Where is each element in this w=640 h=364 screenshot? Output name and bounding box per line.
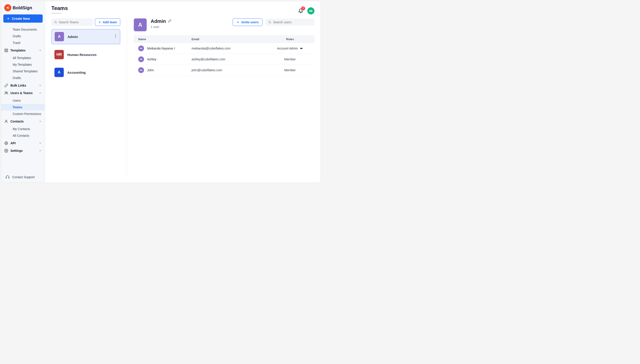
user-avatar[interactable]: MI xyxy=(307,7,314,14)
chevron-up-icon xyxy=(39,92,42,94)
user-name-cell: MIAshley xyxy=(138,56,191,62)
nav-trash[interactable]: Trash xyxy=(1,40,45,46)
edit-team-button[interactable] xyxy=(168,19,171,24)
api-icon xyxy=(4,141,8,145)
nav-contacts-sub: My Contacts All Contacts xyxy=(1,125,45,140)
search-users-box[interactable] xyxy=(266,19,314,26)
nav-api-label: API xyxy=(11,142,16,145)
search-users-input[interactable] xyxy=(273,20,312,24)
vertical-divider xyxy=(127,18,127,176)
nav-templates-sub: All Templates My Templates Shared Templa… xyxy=(1,54,45,82)
contact-support[interactable]: Contact Support xyxy=(1,173,45,180)
add-team-label: Add team xyxy=(103,20,117,24)
nav-all-templates[interactable]: All Templates xyxy=(1,54,45,61)
nav-settings-label: Settings xyxy=(11,149,23,152)
nav-team-documents[interactable]: Team Documents xyxy=(1,26,45,33)
svg-rect-9 xyxy=(6,177,7,178)
team-menu-button[interactable] xyxy=(114,34,117,40)
nav-settings-header[interactable]: Settings xyxy=(1,147,45,154)
team-chip: A xyxy=(55,68,64,77)
users-table-header: Name Email Roles xyxy=(134,35,314,43)
chevron-down-icon xyxy=(39,84,42,87)
user-email: john@cubeflakes.com xyxy=(191,68,270,72)
plus-icon xyxy=(98,21,101,24)
user-row[interactable]: MIJohnjohn@cubeflakes.comMember xyxy=(134,65,314,76)
create-new-button[interactable]: Create New xyxy=(3,14,43,23)
nav-my-templates[interactable]: My Templates xyxy=(1,61,45,68)
team-detail-panel: A Admin 1 user Invite user xyxy=(134,18,314,176)
search-teams-box[interactable] xyxy=(51,18,93,26)
nav-api-header[interactable]: API xyxy=(1,140,45,147)
nav-shared-templates[interactable]: Shared Templates xyxy=(1,68,45,74)
chevron-up-icon xyxy=(39,49,42,52)
team-chip: HR xyxy=(55,50,64,59)
nav-drafts[interactable]: Drafts xyxy=(1,33,45,40)
team-title-row: Admin xyxy=(151,18,171,24)
nav-my-contacts[interactable]: My Contacts xyxy=(1,126,45,132)
svg-point-13 xyxy=(115,36,116,36)
nav-templates-header[interactable]: Templates xyxy=(1,46,45,54)
nav-teams[interactable]: Teams xyxy=(1,104,45,110)
svg-rect-0 xyxy=(5,49,6,50)
svg-point-15 xyxy=(269,21,271,23)
user-avatar-icon: MI xyxy=(138,56,144,62)
user-name: John xyxy=(147,68,154,72)
topbar-actions: 7 MI xyxy=(298,5,314,14)
nav-users-teams-sub: Users Teams Custom Permissions xyxy=(1,97,45,118)
nav-all-contacts[interactable]: All Contacts xyxy=(1,132,45,139)
contact-support-label: Contact Support xyxy=(12,175,35,179)
team-detail-header: A Admin 1 user Invite user xyxy=(134,18,314,31)
nav-contacts-header[interactable]: Contacts xyxy=(1,118,45,125)
nav-template-drafts[interactable]: Drafts xyxy=(1,74,45,81)
svg-point-12 xyxy=(115,34,116,35)
svg-point-4 xyxy=(5,92,7,93)
team-detail-actions: Invite users xyxy=(233,18,314,26)
team-title-block: Admin 1 user xyxy=(151,18,171,29)
user-name-cell: MIMeikanda Nayanar I xyxy=(138,46,191,51)
pencil-icon xyxy=(168,19,171,23)
sidebar-nav: Team Documents Drafts Trash Templates Al… xyxy=(1,26,45,173)
nav-users-teams-header[interactable]: Users & Teams xyxy=(1,89,45,97)
svg-rect-10 xyxy=(9,177,9,178)
svg-rect-1 xyxy=(7,49,8,50)
invite-users-button[interactable]: Invite users xyxy=(233,18,263,26)
nav-templates-label: Templates xyxy=(11,48,26,52)
headset-icon xyxy=(6,175,10,179)
user-avatar-icon: MI xyxy=(138,46,144,51)
brand-logo[interactable]: BoldSign xyxy=(1,4,45,14)
team-item[interactable]: AAdmin xyxy=(51,29,120,44)
team-item[interactable]: AAccounting xyxy=(51,65,120,80)
svg-point-5 xyxy=(7,92,8,93)
brand-mark-icon xyxy=(4,4,11,11)
col-header-name: Name xyxy=(138,38,191,41)
users-table: Name Email Roles MIMeikanda Nayanar Imei… xyxy=(134,35,314,76)
user-role: Member xyxy=(284,58,296,61)
nav-custom-permissions[interactable]: Custom Permissions xyxy=(1,110,45,117)
team-chip: A xyxy=(134,18,147,31)
notifications-badge: 7 xyxy=(301,6,305,10)
nav-bulk-links-header[interactable]: Bulk Links xyxy=(1,82,45,89)
page-title: Teams xyxy=(51,5,68,11)
team-list: AAdminHRHuman ResourcesAAccounting xyxy=(51,29,120,80)
team-item[interactable]: HRHuman Resources xyxy=(51,47,120,62)
user-row[interactable]: MIAshleyashley@cubeflakes.comMember xyxy=(134,54,314,65)
col-header-email: Email xyxy=(191,38,270,41)
user-row[interactable]: MIMeikanda Nayanar Imeikandai@cubeflakes… xyxy=(134,43,314,54)
nav-users[interactable]: Users xyxy=(1,97,45,104)
notifications-button[interactable]: 7 xyxy=(298,8,303,14)
team-name: Admin xyxy=(68,35,78,38)
search-icon xyxy=(268,20,271,24)
svg-point-14 xyxy=(115,37,116,38)
title-underline xyxy=(51,13,62,14)
kebab-icon xyxy=(115,34,116,38)
col-header-role: Roles xyxy=(270,38,310,41)
team-chip: A xyxy=(55,32,64,41)
brand-name: BoldSign xyxy=(13,5,32,10)
topbar: Teams 7 MI xyxy=(45,1,321,14)
grid-icon xyxy=(4,48,8,52)
add-team-button[interactable]: Add team xyxy=(95,18,120,26)
create-new-label: Create New xyxy=(12,17,30,20)
search-teams-input[interactable] xyxy=(59,20,90,24)
user-role-cell: Member xyxy=(270,58,310,61)
user-email: meikandai@cubeflakes.com xyxy=(191,46,270,50)
